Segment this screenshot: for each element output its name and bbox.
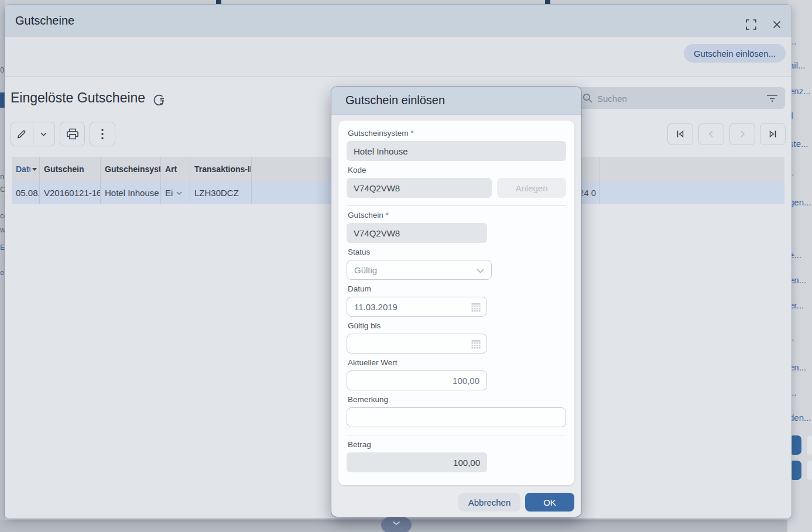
field-label: Datum <box>348 284 565 294</box>
background-text-fragment: ail... <box>789 60 806 70</box>
background-text-fragment: n <box>0 172 4 181</box>
field-label: Aktueller Wert <box>348 358 565 368</box>
gutschein-input[interactable]: V74Q2VW8 <box>347 223 487 243</box>
chevron-down-icon[interactable] <box>176 191 182 195</box>
refresh-sync-icon[interactable] <box>151 92 166 108</box>
first-page-button[interactable] <box>667 123 693 145</box>
background-artifact <box>545 0 550 4</box>
previous-page-button[interactable] <box>698 123 724 145</box>
field-label: Kode <box>348 166 565 175</box>
background-left-sliver: 02nOcewEe <box>0 0 5 532</box>
redeem-voucher-button[interactable]: Gutschein einlösen... <box>684 44 786 63</box>
more-options-button[interactable] <box>90 122 115 146</box>
scroll-down-indicator[interactable] <box>381 517 412 532</box>
field-aktueller-wert: Aktueller Wert 100,00 <box>347 358 566 390</box>
field-gueltig-bis: Gültig bis <box>347 321 566 353</box>
field-kode: Kode V74Q2VW8 Anlegen <box>347 166 566 198</box>
background-selected-item-fragment <box>0 92 5 108</box>
background-text-fragment: E <box>0 243 5 252</box>
aktueller-wert-input[interactable]: 100,00 <box>347 370 487 390</box>
edit-dropdown-button[interactable] <box>33 122 55 146</box>
field-datum: Datum 11.03.2019 <box>347 284 566 317</box>
gueltig-bis-input[interactable] <box>347 334 487 353</box>
background-text-fragment: ce <box>0 211 5 220</box>
field-label: Betrag <box>348 440 565 449</box>
datum-input[interactable]: 11.03.2019 <box>347 297 487 317</box>
column-header-gutschein[interactable]: Gutschein <box>40 157 101 181</box>
column-header-art[interactable]: Art <box>161 157 190 181</box>
printer-icon <box>66 128 79 140</box>
pencil-icon <box>16 128 28 140</box>
chevron-down-icon <box>392 521 400 526</box>
field-label: Bemerkung <box>348 395 565 404</box>
cell-gutscheinsystem[interactable]: Hotel Inhouse <box>101 181 161 204</box>
fullscreen-button[interactable] <box>741 16 761 33</box>
section-title: Eingelöste Gutscheine <box>11 90 145 106</box>
field-status: Status Gültig <box>347 248 566 280</box>
filter-icon[interactable] <box>766 94 779 102</box>
background-text-fragment: e <box>0 268 4 277</box>
fullscreen-icon <box>746 19 756 30</box>
background-text-fragment: w <box>0 225 5 234</box>
required-marker: * <box>386 211 389 219</box>
search-input[interactable] <box>596 87 751 110</box>
kode-input[interactable]: V74Q2VW8 <box>347 178 492 198</box>
betrag-input[interactable]: 100,00 <box>347 452 487 472</box>
window-subheader: Gutschein einlösen... <box>5 37 792 77</box>
field-label: Gültig bis <box>348 321 565 331</box>
column-header-gutscheinsystem[interactable]: Gutscheinsystem <box>101 157 161 181</box>
close-icon <box>772 20 782 29</box>
background-text-fragment: 02 <box>0 66 5 74</box>
first-page-icon <box>675 129 686 139</box>
calendar-icon[interactable] <box>470 301 482 313</box>
field-gutschein: Gutschein * V74Q2VW8 <box>347 211 566 243</box>
column-header-empty <box>600 157 784 181</box>
previous-page-icon <box>706 129 717 139</box>
background-text-fragment: en... <box>789 362 806 372</box>
cell-art[interactable]: Ei <box>161 181 190 204</box>
calendar-icon[interactable] <box>470 338 482 350</box>
background-button-fragment <box>807 435 812 455</box>
background-text-fragment: enz... <box>789 86 811 96</box>
edit-button[interactable] <box>11 122 33 146</box>
column-header-transaktions-id[interactable]: Transaktions-ID <box>190 157 252 181</box>
cell-empty[interactable] <box>600 181 784 204</box>
cell-transaktions-id[interactable]: LZH30DCZ <box>190 181 252 204</box>
ok-button[interactable]: OK <box>525 493 574 512</box>
next-page-button[interactable] <box>729 123 755 145</box>
dialog-titlebar: Gutschein einlösen <box>331 87 581 115</box>
cell-art-value: Ei <box>165 188 173 198</box>
bemerkung-input[interactable] <box>347 407 566 427</box>
print-button[interactable] <box>60 122 85 146</box>
required-marker: * <box>410 129 413 138</box>
anlegen-button[interactable]: Anlegen <box>497 178 566 198</box>
background-text-fragment: gen... <box>789 197 811 207</box>
window-titlebar: Gutscheine <box>5 5 792 37</box>
field-gutscheinsystem: Gutscheinsystem * Hotel Inhouse <box>347 129 566 161</box>
chevron-down-icon <box>40 132 47 136</box>
close-button[interactable] <box>767 16 787 33</box>
form-divider <box>347 435 566 435</box>
background-text-fragment: O <box>0 185 5 194</box>
status-select[interactable]: Gültig <box>347 260 492 280</box>
edit-split-button[interactable] <box>11 122 55 146</box>
cell-datum[interactable]: 05.08. <box>12 181 40 204</box>
field-label: Status <box>348 248 565 257</box>
datum-value: 11.03.2019 <box>354 302 398 312</box>
sort-descending-caret <box>32 168 37 171</box>
search-icon <box>582 92 593 104</box>
dialog-footer: Abbrechen OK <box>458 493 574 512</box>
last-page-icon <box>768 129 778 139</box>
kebab-menu-icon <box>101 128 104 140</box>
cell-gutschein[interactable]: V20160121-16 <box>40 181 101 204</box>
cancel-button[interactable]: Abbrechen <box>458 493 520 512</box>
form-divider <box>347 205 566 206</box>
column-header-datum[interactable]: Datum <box>12 157 40 181</box>
background-text-fragment: ste... <box>789 139 808 149</box>
last-page-button[interactable] <box>760 123 786 145</box>
dialog-form-card: Gutscheinsystem * Hotel Inhouse Kode V74… <box>338 121 574 485</box>
background-text-fragment: den... <box>789 413 811 423</box>
chevron-down-icon <box>477 269 484 273</box>
gutscheinsystem-input[interactable]: Hotel Inhouse <box>347 141 566 161</box>
background-artifact <box>216 0 221 4</box>
